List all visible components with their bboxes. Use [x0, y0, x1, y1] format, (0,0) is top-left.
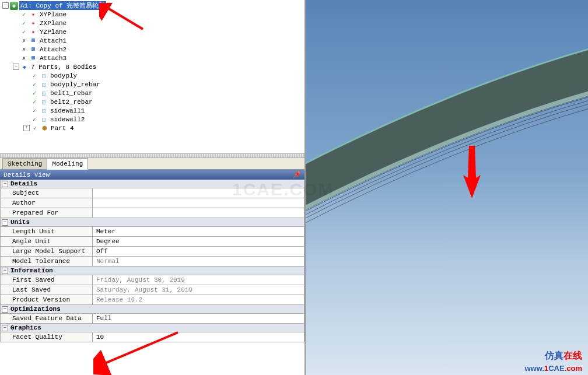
value-saved-feature-data[interactable]: Full [93, 314, 304, 323]
tree-body-sidewall2[interactable]: sidewall2 [49, 116, 86, 123]
tree-item-attach3[interactable]: Attach3 [38, 55, 68, 62]
tab-sketching[interactable]: Sketching [2, 158, 47, 169]
tree-item-xyplane[interactable]: XYPlane [38, 11, 68, 18]
body-icon: ◫ [40, 115, 48, 124]
section-units[interactable]: −Units [0, 218, 304, 227]
tree-parts-summary[interactable]: 7 Parts, 8 Bodies [30, 64, 97, 71]
label-model-tolerance: Model Tolerance [1, 257, 93, 266]
section-information[interactable]: −Information [0, 266, 304, 275]
details-title: Details View [4, 171, 50, 178]
geometry-render [306, 0, 588, 375]
value-facet-quality[interactable]: 10 [93, 332, 304, 342]
label-angle-unit: Angle Unit [1, 237, 93, 246]
expander-icon[interactable]: + [23, 125, 30, 131]
model-tree: − ◆ A1: Copy of 完整简易轮胎 ✓✶XYPlane ✓✶ZXPla… [0, 0, 304, 153]
value-product-version: Release 19.2 [93, 295, 304, 304]
section-optimizations[interactable]: −Optimizations [0, 304, 304, 314]
x-icon: ✗ [20, 37, 28, 45]
tree-item-attach2[interactable]: Attach2 [38, 46, 68, 53]
attach-icon: ◙ [29, 45, 37, 54]
check-icon: ✓ [30, 80, 38, 89]
plane-icon: ✶ [29, 10, 37, 19]
check-icon: ✓ [31, 124, 39, 132]
value-large-model-support[interactable]: Off [93, 247, 304, 256]
body-icon: ◫ [40, 89, 48, 97]
expander-icon[interactable]: − [2, 325, 8, 331]
tree-body-bodyply[interactable]: bodyply [49, 72, 78, 79]
pin-icon[interactable]: 📌 [293, 171, 301, 178]
multibody-icon: ⬢ [40, 124, 48, 132]
tree-part4[interactable]: Part 4 [50, 125, 75, 132]
tree-body-sidewall1[interactable]: sidewall1 [49, 107, 86, 114]
x-icon: ✗ [20, 45, 28, 54]
body-icon: ◫ [40, 98, 48, 106]
tree-body-bodyply-rebar[interactable]: bodyply_rebar [49, 81, 102, 88]
label-product-version: Product Version [1, 295, 93, 304]
value-model-tolerance[interactable]: Normal [93, 257, 304, 266]
viewport-3d[interactable] [306, 0, 588, 375]
value-prepared-for[interactable] [93, 208, 304, 218]
expander-icon[interactable]: − [2, 268, 8, 274]
value-length-unit[interactable]: Meter [93, 227, 304, 236]
section-graphics[interactable]: −Graphics [0, 323, 304, 332]
value-last-saved: Saturday, August 31, 2019 [93, 285, 304, 295]
parts-icon: ◆ [20, 63, 29, 71]
plane-icon: ✶ [29, 28, 37, 36]
body-icon: ◫ [40, 107, 48, 115]
tree-item-attach1[interactable]: Attach1 [38, 37, 68, 44]
dm-icon: ◆ [10, 2, 18, 10]
details-title-bar: Details View 📌 [0, 170, 304, 180]
check-icon: ✓ [30, 89, 38, 97]
check-icon: ✓ [30, 107, 38, 115]
label-facet-quality: Facet Quality [1, 332, 93, 342]
label-first-saved: First Saved [1, 275, 93, 285]
x-icon: ✗ [20, 54, 28, 62]
body-icon: ◫ [40, 72, 48, 80]
watermark-logo: 仿真在线 [545, 350, 582, 362]
attach-icon: ◙ [29, 37, 37, 45]
check-icon: ✓ [30, 98, 38, 106]
property-grid: −Details Subject Author Prepared For −Un… [0, 180, 304, 375]
check-icon: ✓ [30, 115, 38, 124]
expander-icon[interactable]: − [2, 306, 8, 313]
tree-item-yzplane[interactable]: YZPlane [38, 29, 68, 36]
label-subject: Subject [1, 188, 93, 198]
tabs-bar: Sketching Modeling [0, 158, 304, 170]
splitter-handle[interactable] [0, 153, 304, 158]
watermark-center: 1CAE.COM [232, 180, 334, 199]
check-icon: ✓ [20, 28, 28, 36]
label-prepared-for: Prepared For [1, 208, 93, 218]
body-icon: ◫ [40, 80, 48, 89]
label-author: Author [1, 198, 93, 208]
label-large-model-support: Large Model Support [1, 247, 93, 256]
expander-icon[interactable]: − [13, 64, 19, 70]
value-angle-unit[interactable]: Degree [93, 237, 304, 246]
watermark-url: www.1CAE.com [525, 364, 583, 373]
label-last-saved: Last Saved [1, 285, 93, 295]
expander-icon[interactable]: − [2, 181, 8, 187]
value-first-saved: Friday, August 30, 2019 [93, 275, 304, 285]
expander-icon[interactable]: − [2, 2, 9, 9]
tree-root-label[interactable]: A1: Copy of 完整简易轮胎 [19, 1, 106, 10]
tree-item-zxplane[interactable]: ZXPlane [38, 20, 68, 27]
tree-body-belt2-rebar[interactable]: belt2_rebar [49, 99, 94, 106]
value-author[interactable] [93, 198, 304, 208]
tree-body-belt1-rebar[interactable]: belt1_rebar [49, 90, 94, 97]
check-icon: ✓ [30, 72, 38, 80]
expander-icon[interactable]: − [2, 219, 8, 226]
label-length-unit: Length Unit [1, 227, 93, 236]
check-icon: ✓ [20, 10, 28, 19]
tab-modeling[interactable]: Modeling [47, 158, 88, 170]
attach-icon: ◙ [29, 54, 37, 62]
check-icon: ✓ [20, 19, 28, 27]
label-saved-feature-data: Saved Feature Data [1, 314, 93, 323]
plane-icon: ✶ [29, 19, 37, 27]
